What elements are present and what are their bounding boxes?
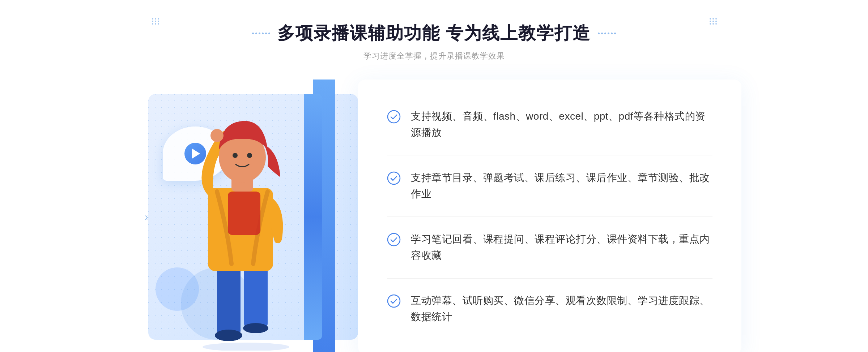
- svg-rect-1: [217, 264, 241, 336]
- svg-point-8: [233, 153, 238, 158]
- feature-item-3: 学习笔记回看、课程提问、课程评论打分、课件资料下载，重点内容收藏: [387, 224, 712, 271]
- check-circle-icon-3: [387, 233, 401, 246]
- svg-point-0: [203, 343, 289, 351]
- svg-point-9: [247, 153, 252, 158]
- check-circle-icon-1: [387, 110, 401, 124]
- feature-item-2: 支持章节目录、弹题考试、课后练习、课后作业、章节测验、批改作业: [387, 163, 712, 210]
- dots-decoration-right: [710, 18, 716, 25]
- svg-point-4: [243, 323, 268, 333]
- page-title: 多项录播课辅助功能 专为线上教学打造: [277, 22, 590, 45]
- svg-point-10: [210, 129, 224, 142]
- feature-text-1: 支持视频、音频、flash、word、excel、ppt、pdf等各种格式的资源…: [411, 108, 712, 141]
- svg-point-15: [388, 295, 400, 307]
- page-container: 多项录播课辅助功能 专为线上教学打造 学习进度全掌握，提升录播课教学效果 »: [0, 0, 868, 352]
- main-title: 多项录播课辅助功能 专为线上教学打造: [252, 22, 616, 45]
- feature-text-2: 支持章节目录、弹题考试、课后练习、课后作业、章节测验、批改作业: [411, 170, 712, 202]
- title-deco-right: [598, 33, 616, 34]
- divider-3: [387, 278, 712, 279]
- divider-1: [387, 155, 712, 155]
- svg-rect-2: [244, 264, 268, 329]
- divider-2: [387, 216, 712, 217]
- page-subtitle: 学习进度全掌握，提升录播课教学效果: [252, 51, 616, 61]
- check-circle-icon-4: [387, 294, 401, 308]
- blue-vertical-bar: [304, 94, 322, 340]
- svg-rect-11: [228, 192, 260, 235]
- dots-decoration-left: [152, 18, 158, 25]
- svg-point-14: [388, 233, 400, 246]
- svg-point-13: [388, 172, 400, 184]
- feature-item-1: 支持视频、音频、flash、word、excel、ppt、pdf等各种格式的资源…: [387, 101, 712, 148]
- svg-point-12: [388, 111, 400, 123]
- check-circle-icon-2: [387, 171, 401, 185]
- title-deco-left: [252, 33, 270, 34]
- svg-point-3: [215, 330, 242, 341]
- feature-text-4: 互动弹幕、试听购买、微信分享、观看次数限制、学习进度跟踪、数据统计: [411, 293, 712, 325]
- content-area: »: [127, 80, 741, 352]
- features-panel: 支持视频、音频、flash、word、excel、ppt、pdf等各种格式的资源…: [358, 80, 741, 352]
- feature-item-4: 互动弹幕、试听购买、微信分享、观看次数限制、学习进度跟踪、数据统计: [387, 286, 712, 332]
- feature-text-3: 学习笔记回看、课程提问、课程评论打分、课件资料下载，重点内容收藏: [411, 231, 712, 264]
- header-section: 多项录播课辅助功能 专为线上教学打造 学习进度全掌握，提升录播课教学效果: [252, 22, 616, 61]
